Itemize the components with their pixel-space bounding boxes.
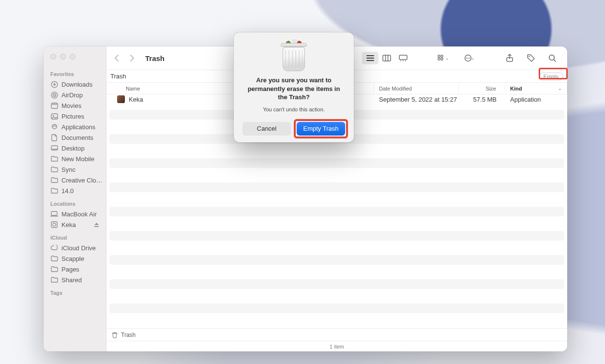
svg-rect-19: [441, 58, 443, 60]
svg-point-3: [54, 94, 55, 95]
folder-icon: [50, 265, 58, 273]
svg-rect-16: [438, 55, 440, 57]
app-icon: [117, 95, 125, 103]
svg-rect-11: [383, 55, 391, 61]
laptop-icon: [50, 210, 58, 218]
sidebar: FavoritesDownloadsAirDropMoviesPicturesA…: [44, 46, 106, 351]
svg-point-23: [469, 58, 470, 59]
sidebar-item-creative-cloud-files[interactable]: Creative Cloud Files: [44, 175, 106, 185]
sidebar-item-movies[interactable]: Movies: [44, 100, 106, 111]
folder-icon: [50, 176, 58, 184]
path-bar: Trash: [106, 328, 567, 341]
sidebar-item-downloads[interactable]: Downloads: [44, 79, 106, 90]
sidebar-item-label: Documents: [61, 134, 93, 141]
sidebar-item-label: Movies: [61, 102, 81, 109]
zoom-window-button[interactable]: [70, 54, 76, 60]
disk-icon: [50, 221, 58, 228]
sidebar-item-label: Scapple: [61, 255, 84, 262]
minimize-window-button[interactable]: [60, 54, 66, 60]
sidebar-section-label: Tags: [44, 285, 106, 298]
sidebar-item-label: Sync: [61, 166, 76, 173]
back-button[interactable]: [111, 51, 122, 65]
download-icon: [50, 80, 58, 88]
share-button[interactable]: [501, 52, 518, 64]
close-window-button[interactable]: [50, 54, 56, 60]
tags-button[interactable]: [523, 52, 539, 64]
movies-icon: [50, 102, 58, 109]
sidebar-section-label: iCloud: [44, 230, 106, 243]
sidebar-item-label: Keka: [61, 221, 76, 228]
airdrop-icon: [50, 91, 58, 99]
sidebar-item-label: 14.0: [61, 187, 74, 195]
svg-rect-8: [51, 212, 57, 215]
sidebar-item-14-0[interactable]: 14.0: [44, 185, 106, 196]
empty-row-stripe: [109, 158, 564, 168]
sidebar-item-label: Shared: [61, 276, 82, 284]
sidebar-item-airdrop[interactable]: AirDrop: [44, 90, 106, 100]
sidebar-item-label: Downloads: [61, 81, 92, 88]
svg-point-21: [466, 58, 467, 59]
sidebar-item-new-mobile[interactable]: New Mobile: [44, 153, 106, 164]
file-name: Keka: [129, 96, 143, 103]
sidebar-item-pictures[interactable]: Pictures: [44, 111, 106, 121]
window-controls: [44, 50, 106, 66]
svg-rect-17: [441, 55, 443, 57]
sidebar-item-pages[interactable]: Pages: [44, 264, 106, 274]
list-view-button[interactable]: [362, 52, 378, 64]
sidebar-item-label: Applications: [61, 123, 95, 131]
location-label: Trash: [110, 73, 126, 80]
sidebar-item-macbook-air[interactable]: MacBook Air: [44, 209, 106, 219]
sidebar-section-label: Locations: [44, 196, 106, 209]
svg-point-13: [400, 61, 401, 61]
sidebar-item-label: iCloud Drive: [61, 244, 96, 252]
sidebar-item-keka[interactable]: Keka: [44, 219, 106, 230]
sort-chevron-icon: ⌄: [558, 86, 562, 91]
sidebar-item-label: Pages: [61, 266, 79, 273]
column-header-date[interactable]: Date Modified: [374, 84, 459, 93]
folder-icon: [50, 187, 58, 195]
sidebar-item-applications[interactable]: Applications: [44, 121, 106, 132]
column-header-kind[interactable]: Kind⌄: [505, 84, 567, 93]
svg-rect-12: [399, 55, 407, 60]
doc-icon: [50, 134, 58, 141]
cancel-button[interactable]: Cancel: [242, 122, 291, 136]
dialog-title: Are you sure you want to permanently era…: [242, 76, 345, 102]
folder-icon: [50, 255, 58, 262]
column-view-button[interactable]: [378, 52, 395, 64]
svg-rect-18: [438, 58, 440, 60]
sidebar-item-desktop[interactable]: Desktop: [44, 143, 106, 153]
confirm-empty-trash-dialog: Are you sure you want to permanently era…: [234, 32, 354, 142]
sidebar-item-icloud-drive[interactable]: iCloud Drive: [44, 243, 106, 253]
empty-trash-toolbar-button[interactable]: Empty: [539, 73, 563, 80]
gallery-view-button[interactable]: [395, 52, 411, 64]
sidebar-item-documents[interactable]: Documents: [44, 132, 106, 143]
view-mode-group: [362, 52, 411, 64]
sidebar-item-scapple[interactable]: Scapple: [44, 253, 106, 264]
folder-icon: [50, 166, 58, 173]
sidebar-item-label: MacBook Air: [61, 211, 97, 218]
folder-icon: [50, 155, 58, 163]
empty-trash-confirm-button[interactable]: Empty Trash: [297, 122, 345, 136]
forward-button[interactable]: [127, 51, 137, 65]
empty-row-stripe: [109, 231, 564, 241]
svg-point-25: [529, 56, 529, 57]
action-menu-button[interactable]: ⌄: [459, 52, 480, 64]
sidebar-item-shared[interactable]: Shared: [44, 274, 106, 285]
column-header-size[interactable]: Size: [459, 84, 505, 93]
trash-path-icon: [111, 332, 118, 338]
empty-row-stripe: [109, 279, 564, 289]
search-button[interactable]: [544, 52, 560, 64]
apps-icon: [50, 123, 58, 131]
sidebar-section-label: Favorites: [44, 66, 106, 79]
file-kind: Application: [505, 96, 567, 103]
sidebar-item-sync[interactable]: Sync: [44, 164, 106, 175]
dialog-message: You can't undo this action.: [242, 106, 345, 112]
svg-rect-9: [51, 222, 57, 228]
svg-point-22: [468, 58, 469, 59]
group-by-button[interactable]: ⌄: [433, 52, 454, 64]
status-bar: 1 item: [106, 341, 567, 351]
eject-icon[interactable]: [94, 222, 99, 228]
sidebar-item-label: New Mobile: [61, 155, 94, 163]
path-label: Trash: [121, 332, 136, 338]
svg-point-6: [52, 115, 54, 116]
